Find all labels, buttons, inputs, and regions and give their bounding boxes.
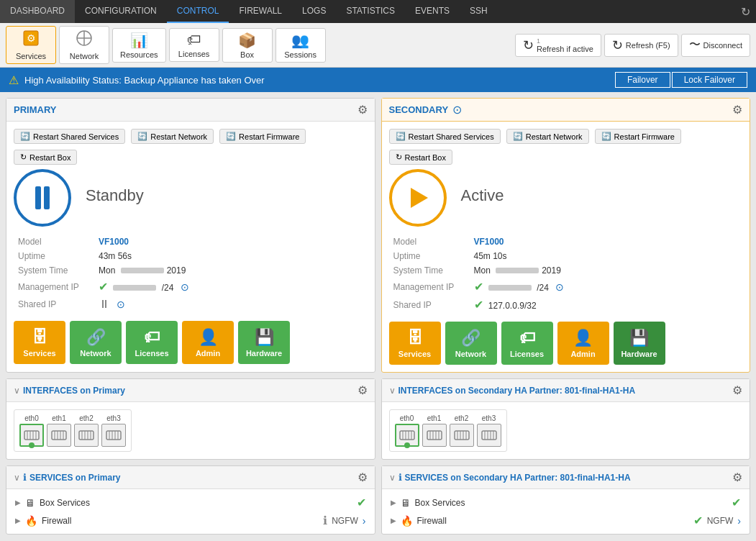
primary-box-services-expand[interactable]: ▶ (15, 499, 21, 506)
svg-rect-8 (24, 431, 39, 440)
secondary-settings-icon[interactable]: ⚙ (732, 103, 742, 117)
secondary-firewall-expand[interactable]: ▶ (391, 517, 396, 524)
primary-shared-arrow[interactable]: ⊙ (117, 299, 125, 310)
interfaces-primary-title: INTERFACES on Primary (23, 386, 125, 396)
secondary-mgmt-arrow[interactable]: ⊙ (555, 281, 564, 293)
primary-mgmt-arrow[interactable]: ⊙ (181, 281, 189, 293)
refresh-button[interactable]: ↻ Refresh (F5) (604, 34, 678, 57)
primary-model-value[interactable]: VF1000 (99, 237, 129, 247)
primary-restart-firmware[interactable]: 🔄 Restart Firmware (219, 129, 306, 144)
primary-panel-body: 🔄 Restart Shared Services 🔄 Restart Netw… (6, 122, 375, 371)
iface-eth0-secondary: eth0 (394, 414, 420, 447)
secondary-hardware-btn[interactable]: 💾 Hardware (614, 322, 665, 365)
toolbar-services[interactable]: ⚙ Services (6, 26, 56, 64)
nav-ssh[interactable]: SSH (460, 0, 498, 23)
secondary-restart-box[interactable]: ↻ Restart Box (389, 150, 452, 165)
primary-restart-box[interactable]: ↻ Restart Box (14, 150, 77, 165)
secondary-model-value[interactable]: VF1000 (474, 237, 504, 247)
restart-network-icon: 🔄 (137, 132, 147, 141)
secondary-mgmt-value: /24 (537, 283, 549, 293)
disconnect-button[interactable]: 〜 Disconnect (681, 34, 750, 57)
primary-settings-icon[interactable]: ⚙ (357, 103, 368, 117)
services-primary-header: ∨ ℹ SERVICES on Primary ⚙ (6, 466, 375, 489)
primary-licenses-btn[interactable]: 🏷 Licenses (126, 321, 178, 364)
interfaces-primary-header: ∨ INTERFACES on Primary ⚙ (6, 379, 375, 402)
secondary-licenses-btn[interactable]: 🏷 Licenses (501, 322, 553, 365)
secondary-network-btn[interactable]: 🔗 Network (445, 322, 497, 365)
primary-firewall-name: Firewall (42, 516, 323, 526)
refresh-icon: ↻ (741, 5, 750, 19)
primary-uptime-label: Uptime (15, 250, 94, 263)
secondary-admin-btn[interactable]: 👤 Admin (557, 322, 609, 365)
interfaces-secondary-header: ∨ INTERFACES on Secondary HA Partner: 80… (382, 379, 750, 402)
interfaces-primary-settings[interactable]: ⚙ (357, 383, 368, 397)
svg-rect-43 (482, 431, 496, 440)
primary-mgmt-row: Management IP ✔ /24 ⊙ (15, 278, 366, 295)
secondary-status-label: Active (461, 186, 504, 205)
secondary-firewall-arrow[interactable]: › (737, 515, 741, 527)
secondary-uptime-label: Uptime (391, 250, 470, 263)
services-primary-info-icon: ℹ (23, 472, 27, 483)
secondary-box-services-name: Box Services (415, 498, 732, 508)
secondary-services-app-icon: 🗄 (407, 329, 423, 347)
disconnect-icon: 〜 (689, 37, 701, 53)
nav-statistics[interactable]: STATISTICS (336, 0, 405, 23)
secondary-box-services-expand[interactable]: ▶ (391, 499, 396, 506)
secondary-box-services-status: ✔ (732, 496, 741, 509)
interfaces-secondary-settings[interactable]: ⚙ (732, 383, 742, 397)
interfaces-primary-collapse[interactable]: ∨ (14, 386, 20, 396)
iface-eth0-primary-active (29, 442, 35, 448)
services-secondary-settings[interactable]: ⚙ (732, 470, 742, 484)
restart-box-icon: ↻ (20, 153, 27, 162)
secondary-restart-firmware[interactable]: 🔄 Restart Firmware (595, 129, 681, 144)
primary-firewall-expand[interactable]: ▶ (15, 517, 21, 524)
nav-configuration[interactable]: CONFIGURATION (75, 0, 167, 23)
interfaces-secondary-collapse[interactable]: ∨ (389, 386, 396, 396)
svg-rect-6 (44, 186, 50, 209)
primary-firewall-arrow[interactable]: › (363, 515, 366, 527)
secondary-mgmt-row: Management IP ✔ /24 ⊙ (391, 278, 742, 295)
lock-failover-button[interactable]: Lock Failover (672, 72, 747, 88)
toolbar: ⚙ Services Network 📊 Resources 🏷 License… (0, 23, 756, 68)
secondary-actions: 🔄 Restart Shared Services 🔄 Restart Netw… (389, 129, 743, 165)
secondary-mgmt-check: ✔ (474, 281, 483, 293)
nav-control[interactable]: CONTROL (167, 0, 229, 23)
services-primary-collapse[interactable]: ∨ (14, 473, 20, 483)
primary-restart-shared-services[interactable]: 🔄 Restart Shared Services (14, 129, 125, 144)
services-secondary-collapse[interactable]: ∨ (389, 473, 396, 483)
primary-network-btn[interactable]: 🔗 Network (70, 321, 122, 364)
top-navigation: DASHBOARD CONFIGURATION CONTROL FIREWALL… (0, 0, 756, 23)
services-primary-settings[interactable]: ⚙ (357, 470, 368, 484)
secondary-network-app-icon: 🔗 (461, 329, 481, 347)
primary-mgmt-label: Management IP (15, 278, 94, 295)
primary-hardware-btn[interactable]: 💾 Hardware (238, 321, 290, 364)
iface-eth0-secondary-active (404, 442, 410, 448)
toolbar-licenses[interactable]: 🏷 Licenses (169, 28, 219, 62)
failover-button[interactable]: Failover (615, 72, 670, 88)
interfaces-secondary-body: eth0 eth1 eth2 (382, 402, 750, 459)
secondary-panel: SECONDARY ⊙ ⚙ 🔄 Restart Shared Services … (381, 98, 751, 373)
refresh-if-active-button[interactable]: ↻ 1 Refresh if active (515, 34, 601, 57)
secondary-services-btn[interactable]: 🗄 Services (389, 322, 441, 365)
toolbar-network[interactable]: Network (59, 26, 109, 64)
toolbar-sessions[interactable]: 👥 Sessions (275, 28, 326, 63)
resources-icon: 📊 (130, 32, 148, 49)
nav-logs[interactable]: LOGS (292, 0, 336, 23)
toolbar-resources[interactable]: 📊 Resources (112, 28, 166, 63)
secondary-mgmt-bar (488, 285, 532, 291)
alert-bar: ⚠ High Availability Status: Backup Appli… (0, 68, 756, 92)
secondary-restart-network[interactable]: 🔄 Restart Network (506, 129, 589, 144)
nav-events[interactable]: EVENTS (405, 0, 460, 23)
nav-firewall[interactable]: FIREWALL (229, 0, 292, 23)
nav-dashboard[interactable]: DASHBOARD (0, 0, 75, 23)
secondary-restart-shared-services[interactable]: 🔄 Restart Shared Services (389, 129, 501, 144)
primary-model-row: Model VF1000 (15, 235, 366, 248)
secondary-restart-firmware-icon: 🔄 (601, 132, 611, 141)
primary-services-btn[interactable]: 🗄 Services (14, 321, 65, 364)
primary-systime-value: Mon 2019 (96, 264, 366, 277)
primary-admin-btn[interactable]: 👤 Admin (182, 321, 234, 364)
primary-restart-network[interactable]: 🔄 Restart Network (131, 129, 214, 144)
services-primary-panel: ∨ ℹ SERVICES on Primary ⚙ ▶ 🖥 Box Servic… (6, 465, 375, 535)
toolbar-box[interactable]: 📦 Box (222, 28, 273, 63)
secondary-uptime-value: 45m 10s (471, 250, 742, 263)
